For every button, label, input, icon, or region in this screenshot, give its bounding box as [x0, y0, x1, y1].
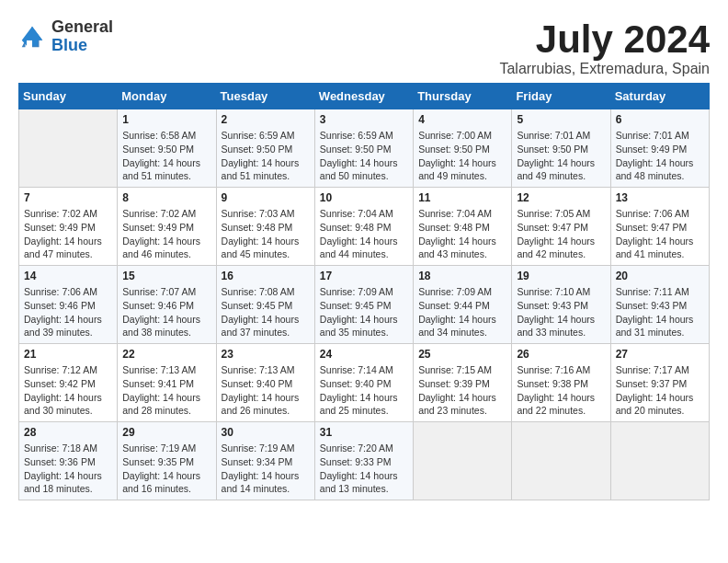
day-number: 20 [616, 270, 704, 282]
calendar-cell: 17Sunrise: 7:09 AMSunset: 9:45 PMDayligh… [314, 266, 413, 344]
calendar-cell: 6Sunrise: 7:01 AMSunset: 9:49 PMDaylight… [610, 109, 709, 188]
day-info: Sunrise: 7:11 AMSunset: 9:43 PMDaylight:… [616, 285, 704, 339]
day-info: Sunrise: 7:18 AMSunset: 9:36 PMDaylight:… [24, 442, 112, 496]
calendar-cell: 29Sunrise: 7:19 AMSunset: 9:35 PMDayligh… [118, 422, 216, 500]
calendar-cell: 11Sunrise: 7:04 AMSunset: 9:48 PMDayligh… [414, 188, 512, 266]
day-number: 9 [222, 191, 310, 204]
day-number: 1 [122, 113, 210, 126]
weekday-header-friday: Friday [512, 84, 610, 109]
day-info: Sunrise: 7:04 AMSunset: 9:48 PMDaylight:… [418, 207, 506, 261]
day-number: 18 [418, 270, 506, 282]
day-number: 31 [320, 426, 408, 439]
day-info: Sunrise: 7:15 AMSunset: 9:39 PMDaylight:… [418, 363, 506, 418]
calendar-header: SundayMondayTuesdayWednesdayThursdayFrid… [19, 84, 710, 109]
day-info: Sunrise: 7:04 AMSunset: 9:48 PMDaylight:… [320, 207, 408, 261]
day-number: 23 [222, 348, 310, 361]
calendar-week-3: 14Sunrise: 7:06 AMSunset: 9:46 PMDayligh… [19, 266, 710, 344]
day-number: 27 [616, 348, 704, 361]
day-info: Sunrise: 7:17 AMSunset: 9:37 PMDaylight:… [616, 363, 704, 418]
calendar-cell: 10Sunrise: 7:04 AMSunset: 9:48 PMDayligh… [314, 188, 413, 266]
day-number: 28 [24, 426, 112, 439]
day-number: 8 [122, 191, 210, 204]
logo-general: General [51, 18, 113, 37]
calendar-cell [19, 109, 118, 188]
day-info: Sunrise: 7:09 AMSunset: 9:44 PMDaylight:… [418, 285, 506, 339]
day-number: 29 [122, 426, 210, 439]
weekday-header-wednesday: Wednesday [314, 84, 413, 109]
day-number: 24 [320, 348, 408, 361]
calendar-cell: 9Sunrise: 7:03 AMSunset: 9:48 PMDaylight… [216, 188, 314, 266]
calendar-cell: 30Sunrise: 7:19 AMSunset: 9:34 PMDayligh… [216, 422, 314, 500]
calendar-cell: 4Sunrise: 7:00 AMSunset: 9:50 PMDaylight… [414, 109, 512, 188]
day-info: Sunrise: 7:06 AMSunset: 9:47 PMDaylight:… [616, 207, 704, 261]
day-info: Sunrise: 7:16 AMSunset: 9:38 PMDaylight:… [517, 363, 605, 418]
day-info: Sunrise: 7:01 AMSunset: 9:50 PMDaylight:… [517, 129, 605, 183]
day-number: 16 [222, 270, 310, 282]
calendar-cell [414, 422, 512, 500]
day-number: 3 [320, 113, 408, 126]
day-number: 5 [517, 113, 605, 126]
day-info: Sunrise: 7:02 AMSunset: 9:49 PMDaylight:… [24, 207, 112, 261]
day-number: 13 [616, 191, 704, 204]
day-info: Sunrise: 6:59 AMSunset: 9:50 PMDaylight:… [320, 129, 408, 183]
weekday-header-monday: Monday [118, 84, 216, 109]
weekday-header-sunday: Sunday [19, 84, 118, 109]
calendar-table: SundayMondayTuesdayWednesdayThursdayFrid… [18, 83, 710, 500]
calendar-cell: 28Sunrise: 7:18 AMSunset: 9:36 PMDayligh… [19, 422, 118, 500]
calendar-cell: 24Sunrise: 7:14 AMSunset: 9:40 PMDayligh… [314, 344, 413, 422]
calendar-cell: 8Sunrise: 7:02 AMSunset: 9:49 PMDaylight… [118, 188, 216, 266]
day-info: Sunrise: 7:08 AMSunset: 9:45 PMDaylight:… [222, 285, 310, 339]
calendar-week-2: 7Sunrise: 7:02 AMSunset: 9:49 PMDaylight… [19, 188, 710, 266]
day-info: Sunrise: 7:12 AMSunset: 9:42 PMDaylight:… [24, 363, 112, 418]
calendar-cell: 25Sunrise: 7:15 AMSunset: 9:39 PMDayligh… [414, 344, 512, 422]
svg-marker-1 [22, 27, 43, 46]
location-title: Talarrubias, Extremadura, Spain [499, 61, 710, 77]
day-number: 14 [24, 270, 112, 282]
logo-icon [18, 23, 46, 51]
calendar-cell: 16Sunrise: 7:08 AMSunset: 9:45 PMDayligh… [216, 266, 314, 344]
calendar-cell: 21Sunrise: 7:12 AMSunset: 9:42 PMDayligh… [19, 344, 118, 422]
day-number: 11 [418, 191, 506, 204]
calendar-cell: 3Sunrise: 6:59 AMSunset: 9:50 PMDaylight… [314, 109, 413, 188]
calendar-cell: 26Sunrise: 7:16 AMSunset: 9:38 PMDayligh… [512, 344, 610, 422]
calendar-week-1: 1Sunrise: 6:58 AMSunset: 9:50 PMDaylight… [19, 109, 710, 188]
day-info: Sunrise: 7:14 AMSunset: 9:40 PMDaylight:… [320, 363, 408, 418]
weekday-header-thursday: Thursday [414, 84, 512, 109]
day-info: Sunrise: 7:07 AMSunset: 9:46 PMDaylight:… [122, 285, 210, 339]
calendar-week-4: 21Sunrise: 7:12 AMSunset: 9:42 PMDayligh… [19, 344, 710, 422]
weekday-header-tuesday: Tuesday [216, 84, 314, 109]
calendar-cell: 12Sunrise: 7:05 AMSunset: 9:47 PMDayligh… [512, 188, 610, 266]
calendar-cell: 23Sunrise: 7:13 AMSunset: 9:40 PMDayligh… [216, 344, 314, 422]
day-info: Sunrise: 6:59 AMSunset: 9:50 PMDaylight:… [222, 129, 310, 183]
day-info: Sunrise: 7:05 AMSunset: 9:47 PMDaylight:… [517, 207, 605, 261]
calendar-cell: 15Sunrise: 7:07 AMSunset: 9:46 PMDayligh… [118, 266, 216, 344]
day-number: 4 [418, 113, 506, 126]
weekday-row: SundayMondayTuesdayWednesdayThursdayFrid… [19, 84, 710, 109]
calendar-cell: 31Sunrise: 7:20 AMSunset: 9:33 PMDayligh… [314, 422, 413, 500]
day-info: Sunrise: 6:58 AMSunset: 9:50 PMDaylight:… [122, 129, 210, 183]
calendar-cell: 18Sunrise: 7:09 AMSunset: 9:44 PMDayligh… [414, 266, 512, 344]
month-title: July 2024 [499, 18, 710, 61]
day-info: Sunrise: 7:20 AMSunset: 9:33 PMDaylight:… [320, 442, 408, 496]
day-number: 30 [222, 426, 310, 439]
day-number: 25 [418, 348, 506, 361]
day-info: Sunrise: 7:09 AMSunset: 9:45 PMDaylight:… [320, 285, 408, 339]
calendar-cell: 22Sunrise: 7:13 AMSunset: 9:41 PMDayligh… [118, 344, 216, 422]
day-info: Sunrise: 7:13 AMSunset: 9:41 PMDaylight:… [122, 363, 210, 418]
day-number: 26 [517, 348, 605, 361]
day-number: 6 [616, 113, 704, 126]
day-info: Sunrise: 7:06 AMSunset: 9:46 PMDaylight:… [24, 285, 112, 339]
calendar-cell: 19Sunrise: 7:10 AMSunset: 9:43 PMDayligh… [512, 266, 610, 344]
calendar-cell: 13Sunrise: 7:06 AMSunset: 9:47 PMDayligh… [610, 188, 709, 266]
day-number: 7 [24, 191, 112, 204]
day-number: 19 [517, 270, 605, 282]
day-number: 15 [122, 270, 210, 282]
calendar-cell: 2Sunrise: 6:59 AMSunset: 9:50 PMDaylight… [216, 109, 314, 188]
calendar-week-5: 28Sunrise: 7:18 AMSunset: 9:36 PMDayligh… [19, 422, 710, 500]
calendar-cell: 7Sunrise: 7:02 AMSunset: 9:49 PMDaylight… [19, 188, 118, 266]
title-block: July 2024 Talarrubias, Extremadura, Spai… [499, 18, 710, 77]
day-info: Sunrise: 7:10 AMSunset: 9:43 PMDaylight:… [517, 285, 605, 339]
calendar-cell: 27Sunrise: 7:17 AMSunset: 9:37 PMDayligh… [610, 344, 709, 422]
calendar-body: 1Sunrise: 6:58 AMSunset: 9:50 PMDaylight… [19, 109, 710, 500]
logo: General Blue [18, 18, 113, 55]
